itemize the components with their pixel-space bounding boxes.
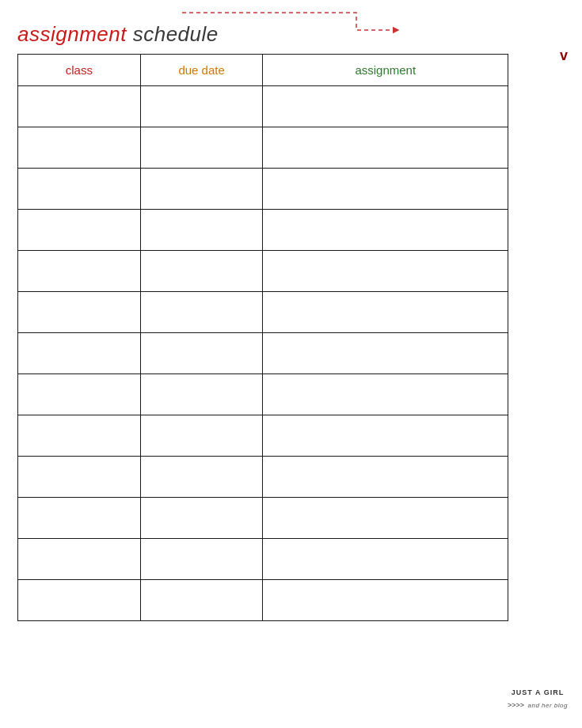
table-cell[interactable] [263, 169, 508, 210]
table-cell[interactable] [263, 580, 508, 621]
table-row [18, 374, 508, 415]
table-cell[interactable] [263, 127, 508, 169]
table-cell[interactable] [140, 498, 263, 539]
table-cell[interactable] [140, 415, 263, 457]
table-row [18, 210, 508, 251]
table-cell[interactable] [140, 580, 263, 621]
table-cell[interactable] [140, 374, 263, 415]
table-cell[interactable] [18, 457, 141, 498]
table-cell[interactable] [18, 251, 141, 292]
watermark-arrows: >>>> [508, 701, 524, 709]
table-cell[interactable] [140, 127, 263, 169]
table-cell[interactable] [263, 86, 508, 127]
table-header-row: class due date assignment [18, 55, 508, 86]
table-cell[interactable] [18, 210, 141, 251]
table-row [18, 292, 508, 333]
table-cell[interactable] [140, 169, 263, 210]
table-row [18, 498, 508, 539]
table-cell[interactable] [263, 498, 508, 539]
title-assignment: assignment [17, 22, 127, 46]
table-cell[interactable] [140, 86, 263, 127]
table-row [18, 539, 508, 580]
schedule-table: class due date assignment [17, 54, 508, 621]
header-class: class [18, 55, 141, 86]
table-cell[interactable] [140, 292, 263, 333]
watermark: JUST A GIRL >>>> and her blog [508, 688, 568, 711]
table-cell[interactable] [263, 457, 508, 498]
table-cell[interactable] [263, 415, 508, 457]
watermark-line1: JUST A GIRL [508, 688, 568, 696]
table-cell[interactable] [18, 580, 141, 621]
table-row [18, 86, 508, 127]
title-schedule: schedule [127, 22, 219, 46]
table-cell[interactable] [140, 539, 263, 580]
table-row [18, 127, 508, 169]
page: assignment schedule v class due date ass… [0, 0, 582, 728]
table-row [18, 415, 508, 457]
table-cell[interactable] [263, 210, 508, 251]
header-assignment: assignment [263, 55, 508, 86]
table-cell[interactable] [18, 292, 141, 333]
page-title: assignment schedule [17, 22, 219, 47]
header-due-date: due date [140, 55, 263, 86]
table-cell[interactable] [263, 292, 508, 333]
table-row [18, 457, 508, 498]
chevron-down-icon: v [560, 47, 568, 64]
table-cell[interactable] [18, 169, 141, 210]
table-row [18, 333, 508, 374]
table-row [18, 251, 508, 292]
table-cell[interactable] [140, 251, 263, 292]
table-cell[interactable] [263, 539, 508, 580]
table-cell[interactable] [18, 498, 141, 539]
table-body [18, 86, 508, 621]
table-cell[interactable] [263, 374, 508, 415]
table-row [18, 580, 508, 621]
table-cell[interactable] [18, 86, 141, 127]
table-cell[interactable] [140, 333, 263, 374]
table-cell[interactable] [263, 333, 508, 374]
table-cell[interactable] [263, 251, 508, 292]
table-cell[interactable] [140, 210, 263, 251]
table-cell[interactable] [18, 333, 141, 374]
watermark-line2: and her blog [528, 702, 568, 709]
table-cell[interactable] [18, 374, 141, 415]
table-row [18, 169, 508, 210]
table-cell[interactable] [18, 127, 141, 169]
table-cell[interactable] [18, 539, 141, 580]
table-cell[interactable] [18, 415, 141, 457]
table-cell[interactable] [140, 457, 263, 498]
